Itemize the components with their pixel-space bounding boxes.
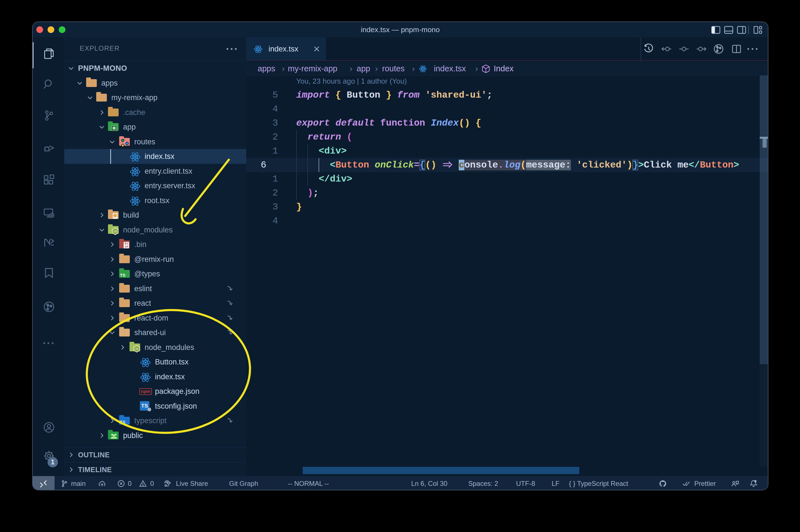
svg-text:JS: JS <box>135 347 138 350</box>
svg-text:JS: JS <box>114 230 117 233</box>
